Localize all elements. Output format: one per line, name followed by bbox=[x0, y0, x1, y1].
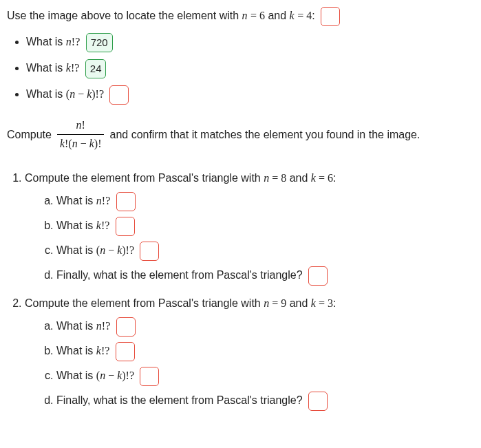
bullet-q3-minus: − bbox=[75, 88, 87, 100]
p1-c-minus: − bbox=[105, 244, 117, 256]
p2-k-val: 3 bbox=[328, 297, 333, 309]
p1-a-answer[interactable] bbox=[116, 192, 136, 211]
p1-eq2: = bbox=[316, 172, 328, 184]
p2-a-var: n bbox=[96, 320, 102, 332]
compute-tail: and confirm that it matches the element … bbox=[109, 127, 420, 143]
p2-b-prefix: What is bbox=[56, 345, 96, 356]
bullet-q2-prefix: What is bbox=[26, 62, 66, 74]
p1-c-prefix: What is bbox=[56, 244, 96, 256]
bullet-q1-prefix: What is bbox=[26, 36, 66, 47]
problem-2: Compute the element from Pascal's triang… bbox=[25, 295, 474, 411]
p2-c-close: )!? bbox=[122, 370, 134, 381]
p1-a-prefix: What is bbox=[56, 195, 96, 206]
p2-and: and bbox=[286, 297, 311, 309]
p2-d: Finally, what is the element from Pascal… bbox=[56, 392, 474, 411]
bullet-q3-close: )!? bbox=[92, 88, 104, 100]
bullet-q2-answer[interactable]: 24 bbox=[85, 59, 107, 78]
p1-c-answer[interactable] bbox=[140, 242, 159, 261]
p1-k-var: k bbox=[311, 172, 316, 184]
bullet-q3-answer[interactable] bbox=[109, 85, 129, 105]
den-n: n bbox=[72, 138, 78, 149]
p1-stem-prefix: Compute the element from Pascal's triang… bbox=[25, 172, 264, 184]
intro-k-var: k bbox=[290, 10, 295, 21]
intro-answer-input[interactable] bbox=[321, 7, 340, 26]
bullet-n-factorial: What is n!? 720 bbox=[26, 33, 474, 52]
compute-fraction: n! k!(n − k)! bbox=[57, 117, 105, 152]
den-close: )! bbox=[94, 138, 102, 149]
p1-b-prefix: What is bbox=[56, 220, 96, 231]
intro-prefix: Use the image above to locate the elemen… bbox=[7, 10, 242, 21]
p2-c-answer[interactable] bbox=[140, 367, 159, 386]
bullet-q3-prefix: What is bbox=[26, 88, 66, 100]
p1-subparts: What is n!? What is k!? What is (n − k)!… bbox=[25, 192, 474, 286]
bullet-k-factorial: What is k!? 24 bbox=[26, 59, 474, 78]
p2-k-var: k bbox=[311, 297, 316, 309]
p2-eq1: = bbox=[269, 297, 281, 309]
num-n: n bbox=[76, 119, 82, 131]
p1-a-suffix: !? bbox=[102, 195, 110, 206]
p1-c: What is (n − k)!? bbox=[56, 242, 474, 261]
intro-bullets: What is n!? 720 What is k!? 24 What is (… bbox=[7, 33, 474, 105]
intro-n-val: 6 bbox=[259, 10, 265, 21]
p2-subparts: What is n!? What is k!? What is (n − k)!… bbox=[25, 317, 474, 411]
p2-a-suffix: !? bbox=[102, 320, 110, 332]
compute-row: Compute n! k!(n − k)! and confirm that i… bbox=[7, 117, 474, 152]
p1-b-suffix: !? bbox=[101, 220, 109, 231]
p1-d: Finally, what is the element from Pascal… bbox=[56, 266, 474, 286]
p2-b-var: k bbox=[96, 345, 101, 356]
intro-line: Use the image above to locate the elemen… bbox=[7, 7, 474, 26]
p1-b-answer[interactable] bbox=[116, 217, 135, 236]
p1-and: and bbox=[286, 172, 311, 184]
p2-a-prefix: What is bbox=[56, 320, 96, 332]
p1-stem: Compute the element from Pascal's triang… bbox=[25, 172, 336, 184]
problem-1: Compute the element from Pascal's triang… bbox=[25, 170, 474, 286]
p2-a-answer[interactable] bbox=[116, 317, 136, 337]
p2-b: What is k!? bbox=[56, 342, 474, 361]
intro-and: and bbox=[268, 10, 289, 21]
bullet-nmk-factorial: What is (n − k)!? bbox=[26, 85, 474, 105]
p1-d-text: Finally, what is the element from Pascal… bbox=[56, 269, 303, 281]
p1-c-close: )!? bbox=[122, 244, 134, 256]
p2-stem: Compute the element from Pascal's triang… bbox=[25, 297, 336, 309]
p1-eq1: = bbox=[269, 172, 281, 184]
p2-a: What is n!? bbox=[56, 317, 474, 337]
den-minus: − bbox=[78, 138, 89, 149]
bullet-q2-suffix: !? bbox=[71, 62, 79, 74]
den-k: k bbox=[60, 138, 65, 149]
p2-b-answer[interactable] bbox=[116, 342, 135, 361]
fraction-denominator: k!(n − k)! bbox=[57, 134, 105, 152]
compute-label: Compute bbox=[7, 127, 52, 143]
p1-k-val: 6 bbox=[328, 172, 333, 184]
p2-eq2: = bbox=[316, 297, 328, 309]
bullet-q1-answer[interactable]: 720 bbox=[86, 33, 113, 52]
p2-d-answer[interactable] bbox=[308, 392, 328, 411]
p2-c-minus: − bbox=[105, 370, 117, 381]
p1-colon: : bbox=[333, 172, 336, 184]
bullet-q2-var: k bbox=[66, 62, 71, 74]
p1-a-var: n bbox=[96, 195, 102, 206]
p2-stem-prefix: Compute the element from Pascal's triang… bbox=[25, 297, 264, 309]
p2-c-prefix: What is bbox=[56, 370, 96, 381]
problem-list: Compute the element from Pascal's triang… bbox=[7, 170, 474, 411]
p2-d-text: Finally, what is the element from Pascal… bbox=[56, 394, 303, 406]
intro-n-var: n bbox=[242, 10, 248, 21]
fraction-numerator: n! bbox=[74, 117, 88, 134]
intro-eq2: = bbox=[297, 10, 306, 21]
p2-b-suffix: !? bbox=[101, 345, 109, 356]
intro-eq1: = bbox=[250, 10, 259, 21]
p2-c: What is (n − k)!? bbox=[56, 367, 474, 386]
bullet-q1-var: n bbox=[66, 36, 72, 47]
intro-colon: : bbox=[312, 10, 314, 21]
den-bang1: !( bbox=[65, 138, 72, 149]
p2-colon: : bbox=[333, 297, 336, 309]
num-bang: ! bbox=[82, 119, 85, 131]
intro-k-val: 4 bbox=[306, 10, 312, 21]
p2-c-n: n bbox=[100, 370, 105, 381]
den-k2: k bbox=[89, 138, 94, 149]
p1-b-var: k bbox=[96, 220, 101, 231]
p1-a: What is n!? bbox=[56, 192, 474, 211]
bullet-q3-n: n bbox=[70, 88, 75, 100]
p1-c-n: n bbox=[100, 244, 105, 256]
p1-d-answer[interactable] bbox=[308, 266, 328, 286]
p1-b: What is k!? bbox=[56, 217, 474, 236]
